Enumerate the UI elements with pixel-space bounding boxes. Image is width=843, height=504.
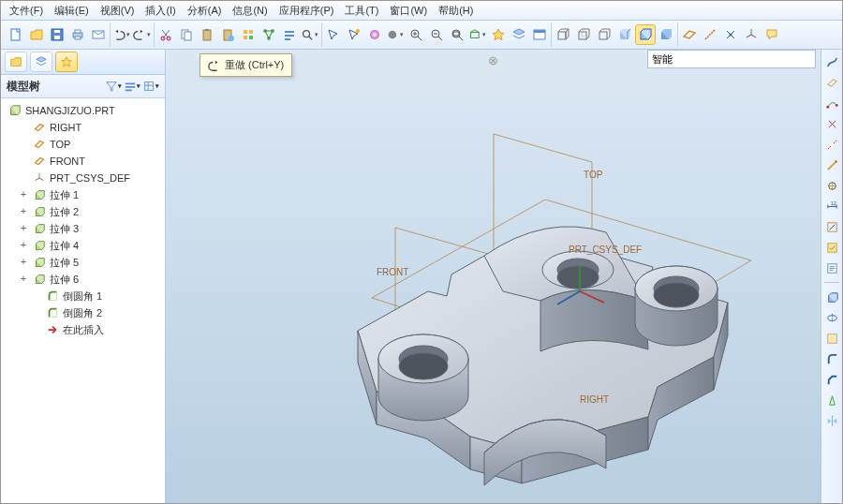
tree-show-icon[interactable]: ▾ [124,78,140,95]
tree-node[interactable]: +拉伸 3 [1,220,165,237]
svg-point-61 [399,353,448,379]
zoom-out-icon[interactable] [427,25,446,44]
menu-analysis[interactable]: 分析(A) [183,2,227,20]
model-render [166,50,821,504]
save-icon[interactable] [48,25,67,44]
view-mgr-icon[interactable] [530,25,549,44]
tree-root[interactable]: SHANGJIZUO.PRT [1,102,165,119]
chamfer-icon[interactable] [823,371,840,388]
plane-icon[interactable] [823,74,840,91]
sketch-icon[interactable] [823,218,840,235]
menu-edit[interactable]: 编辑(E) [50,2,94,20]
curve-icon[interactable] [823,95,840,111]
menu-file[interactable]: 文件(F) [5,2,48,20]
appearance-dd-icon[interactable]: ▾ [386,25,405,44]
mirror-icon[interactable] [823,412,840,429]
orient-icon[interactable]: ▾ [468,25,487,44]
tree-node[interactable]: +拉伸 1 [1,186,165,203]
note-icon[interactable] [823,259,840,276]
model-tree[interactable]: SHANGJIZUO.PRT RIGHTTOPFRONTPRT_CSYS_DEF… [1,98,165,504]
paste-icon[interactable] [198,25,216,44]
redo-icon[interactable]: ▾ [133,25,152,44]
tree-node[interactable]: +拉伸 6 [1,271,165,288]
print-icon[interactable] [68,25,87,44]
edit-icon[interactable] [823,239,840,256]
search-input[interactable] [647,50,816,68]
sweep-icon[interactable] [823,177,840,194]
viewport-3d[interactable]: ⊗ [166,50,821,504]
open-file-icon[interactable] [27,25,46,44]
tree-node[interactable]: TOP [1,136,165,153]
tree-twisty[interactable]: + [18,271,29,288]
select-icon[interactable] [324,25,343,44]
svg-rect-39 [599,32,607,39]
tree-twisty[interactable]: + [18,254,29,271]
enhanced-icon[interactable] [657,25,675,44]
find-icon[interactable]: ▾ [301,25,319,44]
datum-point-toggle-icon[interactable] [721,25,740,44]
tree-node[interactable]: FRONT [1,153,165,170]
point-icon[interactable] [823,115,840,132]
dim-icon[interactable]: 12 [823,198,840,215]
axis-yellow-icon[interactable] [823,156,840,173]
menu-info[interactable]: 信息(N) [228,2,272,20]
tree-twisty[interactable]: + [18,186,29,203]
appearance-icon[interactable] [365,25,384,44]
datum-axis-toggle-icon[interactable] [701,25,719,44]
tree-filter-icon[interactable]: ▾ [105,78,122,95]
annotations-toggle-icon[interactable] [762,25,781,44]
menu-insert[interactable]: 插入(I) [140,2,180,20]
new-file-icon[interactable] [7,25,25,44]
cut-icon[interactable] [156,25,175,44]
zoom-fit-icon[interactable] [448,25,466,44]
no-hidden-icon[interactable] [595,25,614,44]
round-icon[interactable] [823,350,840,367]
menu-view[interactable]: 视图(V) [96,2,140,20]
relations-icon[interactable] [259,25,278,44]
draft-icon[interactable] [823,392,840,408]
tree-settings-icon[interactable]: ▾ [142,78,159,95]
tab-layers-icon[interactable] [30,52,52,72]
hidden-line-icon[interactable] [574,25,593,44]
tree-twisty[interactable]: + [18,220,29,237]
svg-rect-0 [11,29,20,40]
tree-node[interactable]: +拉伸 5 [1,254,165,271]
tree-node[interactable]: RIGHT [1,119,165,136]
datum-plane-toggle-icon[interactable] [680,25,699,44]
tab-favorites-icon[interactable] [55,52,78,72]
zoom-in-icon[interactable] [407,25,425,44]
parameters-icon[interactable] [280,25,299,44]
regenerate-icon[interactable] [239,25,258,44]
tree-node[interactable]: PRT_CSYS_DEF [1,170,165,186]
tree-twisty[interactable]: + [18,203,29,220]
mail-icon[interactable] [89,25,108,44]
tree-node[interactable]: 倒圆角 1 [1,288,165,304]
axis-red-icon[interactable] [823,136,840,153]
select-chain-icon[interactable] [345,25,363,44]
shell-icon[interactable] [823,330,840,347]
revolve-icon[interactable] [823,309,840,326]
menu-help[interactable]: 帮助(H) [434,2,478,20]
extrude-tool-icon[interactable] [823,289,840,305]
saved-view-icon[interactable] [489,25,508,44]
shaded-edges-icon[interactable] [636,25,655,44]
tree-node[interactable]: 倒圆角 2 [1,304,165,321]
tree-title: 模型树 [7,79,40,95]
spline-icon[interactable] [823,53,840,70]
shaded-icon[interactable] [615,25,634,44]
layer-icon[interactable] [510,25,528,44]
menu-app[interactable]: 应用程序(P) [274,2,339,20]
tab-folder-icon[interactable] [5,52,27,72]
svg-rect-13 [205,29,209,31]
menu-window[interactable]: 窗口(W) [385,2,432,20]
menu-tools[interactable]: 工具(T) [340,2,383,20]
tree-node[interactable]: +拉伸 4 [1,237,165,254]
undo-icon[interactable]: ▾ [112,25,131,44]
tree-twisty[interactable]: + [18,237,29,254]
tree-node[interactable]: 在此插入 [1,321,165,338]
tree-node[interactable]: +拉伸 2 [1,203,165,220]
wireframe-icon[interactable] [554,25,572,44]
csys-toggle-icon[interactable] [742,25,761,44]
paste-special-icon[interactable] [218,25,237,44]
copy-icon[interactable] [177,25,196,44]
